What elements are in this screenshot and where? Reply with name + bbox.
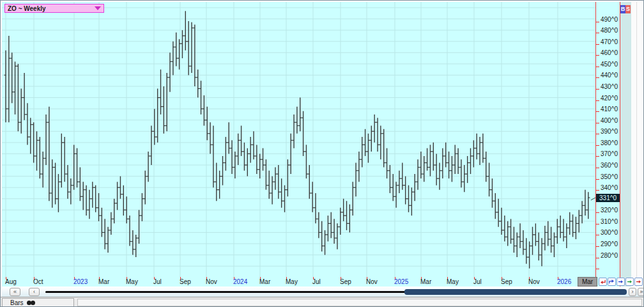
price-tick: [596, 190, 599, 191]
bars-tab-label: Bars: [3, 299, 24, 306]
price-tick: [596, 44, 599, 45]
horizontal-scrollbar[interactable]: « ‹ › »: [2, 287, 643, 297]
time-month-label: Nov: [206, 278, 217, 285]
price-tick-label: 400^0: [601, 117, 618, 124]
price-axis[interactable]: 490^0480^0470^0460^0450^0440^0430^0420^0…: [596, 2, 620, 287]
price-tick: [596, 168, 599, 168]
price-tick-label: 430^0: [601, 83, 618, 90]
price-tick: [596, 145, 599, 146]
price-tick-label: 440^0: [601, 72, 618, 79]
scroll-far-right-button[interactable]: »: [638, 288, 644, 296]
time-month-label: Jul: [312, 278, 321, 285]
price-tick-label: 360^0: [601, 162, 618, 169]
tool-button-back[interactable]: [599, 278, 607, 286]
window-right-edge: [631, 2, 643, 287]
time-year-label: 2024: [233, 278, 247, 285]
binoculars-icon: [27, 301, 35, 305]
price-tick-label: 370^0: [601, 150, 618, 157]
time-year-label: 2026: [557, 278, 571, 285]
price-tick: [596, 89, 599, 90]
scroll-right-button[interactable]: ›: [629, 288, 636, 296]
price-tick-label: 290^0: [601, 240, 618, 248]
bars-tab[interactable]: Bars: [2, 298, 74, 307]
time-month-label: Sep: [180, 278, 191, 285]
chevron-down-icon[interactable]: [95, 6, 101, 10]
time-month-label: Mar: [259, 278, 270, 285]
step-arrow-green-icon: [627, 279, 632, 285]
price-tick: [596, 134, 599, 134]
price-tick: [596, 246, 599, 247]
time-year-label: 2023: [73, 278, 88, 285]
app-window: ZO ~ Weekly 490^0480^0470^0460^0450^0440…: [0, 0, 644, 307]
scroll-left-button[interactable]: ‹: [29, 288, 40, 296]
price-tick-label: 300^0: [601, 229, 618, 236]
price-tick: [596, 269, 599, 269]
price-tick-label: 380^0: [601, 139, 618, 146]
time-month-label: Sep: [501, 278, 512, 285]
scrollbar-track[interactable]: [45, 291, 406, 293]
price-tick: [596, 179, 599, 180]
time-month-label: May: [447, 278, 459, 285]
price-chart[interactable]: [2, 2, 595, 277]
price-tick: [596, 235, 599, 235]
step-arrow-red-icon: [636, 279, 641, 285]
price-tick: [596, 123, 599, 123]
time-month-label: Sep: [340, 278, 351, 285]
price-tick-label: 340^0: [601, 184, 618, 191]
tool-button-forward[interactable]: [608, 278, 616, 286]
status-message-field: [77, 299, 642, 306]
price-tick: [596, 100, 599, 101]
tool-button-step-red[interactable]: [634, 278, 643, 286]
time-year-label: 2025: [394, 278, 408, 285]
price-tick-label: 390^0: [601, 128, 618, 135]
status-bar: Bars: [1, 297, 644, 307]
price-tick-label: 490^0: [601, 16, 618, 23]
price-tick-label: 310^0: [601, 218, 618, 225]
tool-button-step-blue[interactable]: [617, 278, 625, 286]
scrollbar-thumb[interactable]: [404, 289, 627, 295]
sell-button[interactable]: S: [625, 5, 631, 13]
price-tick-label: 320^0: [601, 207, 618, 214]
price-tick: [596, 77, 599, 78]
time-month-label: Mar: [420, 278, 431, 285]
current-month-handle[interactable]: Mar: [578, 277, 597, 287]
time-month-label: Aug: [5, 278, 17, 285]
time-month-label: Jul: [473, 278, 482, 285]
last-price-badge: 331^0: [596, 194, 620, 202]
corner-arrow-left-icon: [600, 279, 606, 285]
price-tick: [596, 22, 599, 22]
price-tick: [596, 55, 599, 56]
time-month-label: Nov: [366, 278, 378, 285]
price-tick: [596, 224, 599, 224]
scroll-far-left-button[interactable]: «: [10, 288, 20, 296]
symbol-timeframe-dropdown[interactable]: ZO ~ Weekly: [4, 4, 104, 13]
time-month-label: Mar: [98, 278, 109, 285]
price-tick: [596, 212, 599, 213]
price-tick: [596, 111, 599, 112]
price-tick-label: 480^0: [601, 27, 618, 34]
tool-button-step-green[interactable]: [625, 278, 634, 286]
price-tick: [596, 156, 599, 157]
time-month-label: Nov: [528, 278, 540, 285]
price-tick-label: 410^0: [601, 106, 618, 113]
time-month-label: May: [126, 278, 138, 285]
time-month-label: May: [286, 278, 298, 285]
time-month-label: Oct: [33, 278, 43, 285]
time-month-label: Jul: [153, 278, 162, 285]
price-tick-label: 350^0: [601, 173, 618, 180]
price-tick: [596, 33, 599, 33]
symbol-timeframe-label: ZO ~ Weekly: [5, 5, 95, 12]
price-tick-label: 460^0: [601, 49, 618, 56]
corner-arrow-right-icon: [609, 279, 615, 285]
price-tick: [596, 67, 599, 67]
time-axis[interactable]: AugOct2023MarMayJulSepNov2024MarMayJulSe…: [2, 277, 595, 287]
price-tick-label: 470^0: [601, 38, 618, 45]
buy-button[interactable]: B: [620, 5, 625, 13]
right-gutter: [620, 2, 631, 287]
chart-area[interactable]: ZO ~ Weekly: [2, 2, 595, 277]
price-tick-label: 280^0: [601, 252, 618, 259]
price-tick-label: 420^0: [601, 95, 618, 102]
price-tick: [596, 258, 599, 258]
step-arrow-blue-icon: [618, 279, 624, 285]
price-tick-label: 450^0: [601, 61, 618, 68]
